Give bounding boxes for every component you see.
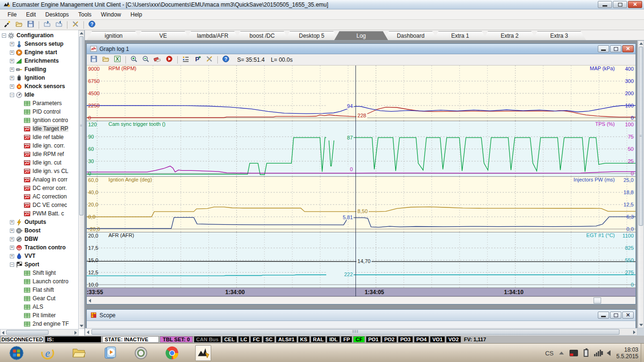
tree-item-idle-rpm-ref[interactable]: Idle RPM ref	[0, 150, 78, 158]
excel-button[interactable]: X	[112, 55, 123, 65]
minimize-button[interactable]	[598, 1, 612, 8]
menu-window[interactable]: Window	[96, 10, 126, 19]
zoomin-button[interactable]	[129, 55, 139, 65]
scroll-up-icon[interactable]	[80, 32, 83, 34]
tab-boost-dc[interactable]: boost /DC	[235, 31, 289, 40]
tray-expand-icon[interactable]	[559, 352, 564, 354]
tree-item-engine-start[interactable]: +Engine start	[0, 48, 78, 57]
tree-item-ac-correction[interactable]: AC correction	[0, 192, 78, 201]
scroll-down-icon[interactable]	[639, 324, 643, 326]
eraser-button[interactable]	[152, 55, 163, 65]
tree-item-idle-ign-vs-cl[interactable]: Idle ign. vs CL	[0, 167, 78, 175]
tab-extra-2[interactable]: Extra 2	[483, 31, 537, 40]
tab-extra-3[interactable]: Extra 3	[532, 31, 586, 40]
taskbar-ie-button[interactable]: e	[40, 345, 56, 361]
taskbar-explorer-button[interactable]	[71, 345, 87, 361]
scroll-down-icon[interactable]	[80, 325, 83, 327]
clock[interactable]: 18:03 5.5.2015	[616, 346, 638, 360]
tree-item-shift-light[interactable]: Shift light	[0, 269, 78, 277]
tree-item-ignition-contro[interactable]: Ignition contro	[0, 116, 78, 124]
tree-item-gear-cut[interactable]: Gear Cut	[0, 294, 78, 303]
menu-edit[interactable]: Edit	[21, 10, 41, 19]
tree-item-idle-target-rp[interactable]: Idle Target RP	[0, 124, 78, 133]
export-button[interactable]	[54, 20, 64, 30]
tree-expander[interactable]: +	[10, 246, 14, 250]
sidebar-vertical-scrollbar[interactable]: ≡	[78, 30, 84, 329]
graph-bottom-scrollbar[interactable]	[87, 296, 636, 304]
tree-item-dbw[interactable]: +DBW	[0, 235, 78, 243]
network-signal-icon[interactable]	[594, 350, 601, 356]
tree-expander[interactable]: +	[10, 220, 14, 224]
scroll-left-icon[interactable]	[89, 299, 91, 303]
show-desktop-button[interactable]	[641, 344, 644, 362]
tree-item-2nd-engine-tf[interactable]: 2nd engine TF	[0, 320, 78, 328]
tree-expander[interactable]: −	[10, 263, 14, 267]
mdi-vertical-scrollbar[interactable]: ≡	[638, 41, 644, 328]
tray-app-icon[interactable]	[570, 350, 578, 356]
graph-maximize-button[interactable]	[610, 45, 621, 52]
taskbar-ecumaster-button[interactable]	[195, 345, 211, 361]
graph-panel-cam-tps[interactable]: 12090603001007550250Cam sync trigger too…	[87, 121, 636, 177]
tab-extra-1[interactable]: Extra 1	[433, 31, 487, 40]
scope-maximize-button[interactable]	[610, 312, 621, 319]
graph-corner-button[interactable]	[594, 297, 601, 304]
help-button[interactable]: ?	[221, 55, 231, 65]
tree-item-idle-ref-table[interactable]: Idle ref table	[0, 133, 78, 141]
zoomout-button[interactable]	[140, 55, 151, 65]
scroll-up-icon[interactable]	[639, 42, 643, 45]
tools-button[interactable]	[204, 55, 215, 65]
open-button[interactable]	[100, 55, 111, 65]
tab-log[interactable]: Log	[334, 31, 388, 40]
scroll-right-icon[interactable]	[74, 331, 77, 335]
tree-item-sensors-setup[interactable]: +Sensors setup	[0, 40, 78, 48]
scope-close-button[interactable]: ✕	[622, 312, 634, 319]
tree-expander[interactable]: +	[10, 59, 14, 63]
help-button[interactable]: ?	[87, 20, 97, 30]
tree-item-parameters[interactable]: Parameters	[0, 99, 78, 107]
volume-icon[interactable]	[607, 350, 611, 356]
save-button[interactable]	[25, 20, 36, 30]
graph-panel-ign-injpw[interactable]: 60,040,020,00,0-20,025,018,812,56,30,0Ig…	[87, 177, 636, 232]
tree-expander[interactable]: +	[10, 84, 14, 89]
scope-minimize-button[interactable]	[598, 312, 609, 319]
battery-icon[interactable]	[584, 349, 588, 357]
tree-expander[interactable]: +	[10, 42, 14, 46]
tree-item-idle-ign-corr-[interactable]: Idle ign. corr.	[0, 141, 78, 150]
tab-desktop-5[interactable]: Desktop 5	[285, 31, 339, 40]
menu-file[interactable]: File	[3, 10, 21, 19]
tree-item-flat-shift[interactable]: Flat shift	[0, 286, 78, 294]
tab-ve[interactable]: VE	[136, 31, 190, 40]
tree-item-outputs[interactable]: +Outputs	[0, 218, 78, 226]
tree-item-als[interactable]: ALS	[0, 303, 78, 311]
import-button[interactable]	[42, 20, 52, 30]
tree-item-pit-limiter[interactable]: Pit limiter	[0, 311, 78, 320]
tree-item-boost[interactable]: +Boost	[0, 226, 78, 235]
mdi-horizontal-scrollbar[interactable]: ⦀⦀⦀	[85, 328, 637, 336]
graph-plot-area[interactable]: 900067504500225004003002001000RPM (RPM)M…	[87, 66, 636, 296]
scroll-left-icon[interactable]	[2, 331, 4, 335]
tree-expander[interactable]: −	[2, 33, 6, 38]
save-button[interactable]	[89, 55, 99, 65]
tree-item-dc-ve-correc[interactable]: DC VE correc	[0, 201, 78, 209]
pflag-button[interactable]: P	[192, 55, 203, 65]
tree-item-ignition[interactable]: +Ignition	[0, 74, 78, 82]
menu-help[interactable]: Help	[126, 10, 147, 19]
tree-item-vvt[interactable]: +VVT	[0, 252, 78, 260]
connect-button[interactable]	[2, 20, 12, 30]
tree-item-idle-ign-cut[interactable]: Idle ign. cut	[0, 158, 78, 167]
tools-button[interactable]	[70, 20, 81, 30]
taskbar-wmp-button[interactable]	[102, 345, 118, 361]
graph-minimize-button[interactable]	[598, 45, 609, 52]
taskbar-chrome-button[interactable]	[164, 345, 180, 361]
tree-expander[interactable]: +	[10, 76, 14, 80]
tree-item-knock-sensors[interactable]: +Knock sensors	[0, 82, 78, 90]
close-button[interactable]: ✕	[628, 1, 642, 8]
restore-button[interactable]	[613, 1, 627, 8]
tree-expander[interactable]: −	[10, 93, 14, 97]
scroll-right-icon[interactable]	[633, 330, 636, 334]
list-button[interactable]	[181, 55, 191, 65]
log-cursor[interactable]	[355, 66, 356, 296]
tree-item-dc-error-corr-[interactable]: DC error corr.	[0, 184, 78, 192]
tree-item-sport[interactable]: −Sport	[0, 260, 78, 269]
tab-dashboard[interactable]: Dashboard	[384, 31, 438, 40]
